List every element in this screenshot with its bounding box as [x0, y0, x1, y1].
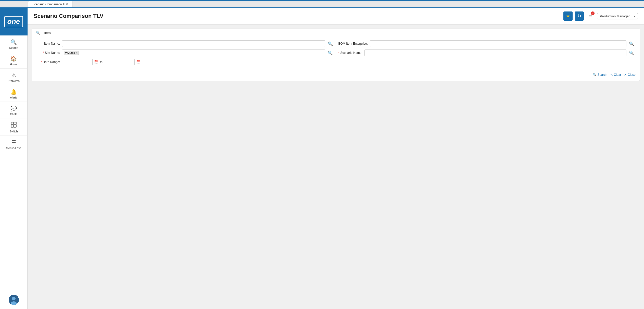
svg-point-5: [12, 297, 16, 300]
user-avatar[interactable]: [9, 295, 19, 305]
sidebar-item-switch[interactable]: Switch: [0, 118, 27, 136]
site-name-input-container[interactable]: VSSite1 ×: [62, 50, 325, 56]
item-name-search-button[interactable]: 🔍: [327, 41, 333, 46]
sidebar-item-label-alerts: Alerts: [10, 96, 17, 99]
logo-text: one: [4, 16, 23, 27]
filter-actions: 🔍 Search ✎ Clear ✕ Close: [32, 71, 640, 77]
chat-icon: 💬: [10, 105, 17, 112]
site-name-label: Site Name:: [37, 51, 60, 55]
sidebar-item-alerts[interactable]: 🔔 Alerts: [0, 85, 27, 102]
refresh-icon: ↻: [577, 13, 581, 19]
sidebar-item-label-problems: Problems: [8, 79, 19, 82]
main-content: 🔍 Filters Item Name: 🔍 BOM Item Enterpri…: [28, 24, 644, 309]
chevron-down-icon: ▾: [634, 15, 635, 18]
site-name-tag-remove[interactable]: ×: [76, 51, 78, 54]
filter-row-3: Date Range: 📅 to 📅: [37, 59, 635, 65]
filter-group-date-range: Date Range: 📅 to 📅: [37, 59, 635, 65]
sidebar: one 🔍 Search 🏠 Home ⚠ Problems 🔔 Alerts …: [0, 8, 28, 309]
close-action-button[interactable]: ✕ Close: [624, 73, 636, 77]
bom-enterprise-input[interactable]: [370, 40, 626, 47]
sidebar-item-label-switch: Switch: [9, 130, 18, 133]
search-icon: 🔍: [10, 39, 17, 45]
item-name-input[interactable]: [62, 40, 325, 47]
main-tab[interactable]: Scenario Comparison TLV: [28, 1, 72, 7]
bell-icon: 🔔: [10, 89, 17, 95]
filters-tab-label: Filters: [42, 31, 50, 35]
svg-rect-1: [14, 122, 16, 125]
filter-group-item-name: Item Name: 🔍: [37, 40, 333, 47]
bom-enterprise-label: BOM Item Enterprise:: [338, 42, 368, 45]
sidebar-item-search[interactable]: 🔍 Search: [0, 35, 27, 52]
filter-search-icon: 🔍: [36, 31, 40, 35]
date-to-label: to: [100, 60, 103, 64]
warning-icon: ⚠: [11, 72, 16, 78]
filter-row-2: Site Name: VSSite1 × 🔍 Scenario Name:: [37, 50, 635, 56]
item-name-label: Item Name:: [37, 42, 60, 45]
date-to-input[interactable]: [104, 59, 135, 65]
notification-button[interactable]: ≡ !: [586, 11, 595, 21]
sidebar-item-home[interactable]: 🏠 Home: [0, 52, 27, 69]
scenario-name-label: Scenario Name:: [338, 51, 362, 55]
date-range-label: Date Range:: [37, 60, 60, 64]
user-name: Production Manager: [600, 14, 630, 18]
tab-bar: Scenario Comparison TLV: [0, 1, 644, 8]
clear-action-button[interactable]: ✎ Clear: [610, 73, 621, 77]
content-header: Scenario Comparison TLV ★ ↻ ≡ !: [28, 8, 644, 24]
filters-body: Item Name: 🔍 BOM Item Enterprise: 🔍: [32, 37, 640, 71]
sidebar-item-label-chats: Chats: [10, 113, 17, 116]
sidebar-item-label-menus-favs: Menus/Favs: [6, 146, 21, 150]
site-name-search-button[interactable]: 🔍: [327, 51, 333, 55]
logo-button[interactable]: one: [0, 8, 28, 35]
user-dropdown[interactable]: Production Manager ▾: [597, 13, 638, 19]
date-to-calendar-button[interactable]: 📅: [136, 60, 141, 64]
header-actions: ★ ↻ ≡ ! Production Manager ▾: [563, 11, 638, 21]
sidebar-item-label-search: Search: [9, 46, 18, 49]
svg-rect-3: [14, 125, 16, 127]
home-icon: 🏠: [10, 56, 17, 62]
filter-row-1: Item Name: 🔍 BOM Item Enterprise: 🔍: [37, 40, 635, 47]
sidebar-item-chats[interactable]: 💬 Chats: [0, 102, 27, 118]
page-title: Scenario Comparison TLV: [34, 13, 103, 19]
sidebar-item-menus-favs[interactable]: ☰ Menus/Favs: [0, 136, 27, 152]
sidebar-item-problems[interactable]: ⚠ Problems: [0, 69, 27, 85]
close-action-icon: ✕: [624, 73, 627, 77]
filter-group-scenario-name: Scenario Name: 🔍: [338, 50, 635, 56]
filters-panel: 🔍 Filters Item Name: 🔍 BOM Item Enterpri…: [32, 29, 640, 81]
site-name-tag-value: VSSite1: [65, 51, 75, 54]
site-name-tag: VSSite1 ×: [64, 51, 79, 55]
date-range-group: 📅 to 📅: [62, 59, 141, 65]
scenario-name-input[interactable]: [364, 50, 626, 56]
notification-badge: !: [591, 11, 595, 15]
close-action-label: Close: [628, 73, 636, 77]
svg-rect-2: [11, 125, 14, 127]
date-from-input[interactable]: [62, 59, 93, 65]
sidebar-item-label-home: Home: [10, 63, 17, 66]
search-action-button[interactable]: 🔍 Search: [593, 73, 607, 77]
filters-tab[interactable]: 🔍 Filters: [32, 29, 55, 37]
content-area: Scenario Comparison TLV ★ ↻ ≡ !: [28, 8, 644, 309]
svg-rect-0: [11, 122, 14, 125]
switch-icon: [11, 122, 17, 129]
star-icon: ★: [566, 13, 570, 19]
filter-group-bom-enterprise: BOM Item Enterprise: 🔍: [338, 40, 635, 47]
filter-group-site-name: Site Name: VSSite1 × 🔍: [37, 50, 333, 56]
favorite-button[interactable]: ★: [563, 11, 573, 21]
date-from-calendar-button[interactable]: 📅: [94, 60, 98, 64]
clear-action-label: Clear: [614, 73, 621, 77]
scenario-name-search-button[interactable]: 🔍: [628, 51, 635, 55]
clear-action-icon: ✎: [610, 73, 613, 77]
refresh-button[interactable]: ↻: [575, 11, 584, 21]
search-action-label: Search: [598, 73, 607, 77]
search-action-icon: 🔍: [593, 73, 597, 77]
bom-enterprise-search-button[interactable]: 🔍: [628, 41, 635, 46]
menu-icon: ☰: [11, 139, 16, 145]
svg-text:!: !: [592, 12, 593, 15]
